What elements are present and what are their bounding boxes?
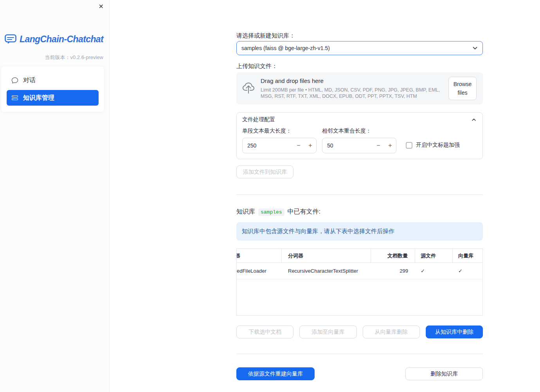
zh-title-enhance-group: 开启中文标题加强 (406, 142, 460, 149)
check-icon: ✓ (458, 268, 463, 274)
table-row[interactable]: UnstructuredFileLoader RecursiveCharacte… (237, 263, 482, 279)
main-content: 请选择或新建知识库： samples (faiss @ bge-large-zh… (236, 0, 483, 380)
zh-title-enhance-label: 开启中文标题加强 (416, 142, 460, 149)
sidebar-item-dialogue[interactable]: 对话 (7, 72, 99, 88)
chunk-size-group: 单段文本最大长度： 250 − + (242, 128, 317, 153)
cell-source-check[interactable]: ✓ (415, 263, 453, 279)
cloud-upload-icon (243, 83, 254, 94)
kb-name-code: samples (258, 209, 284, 216)
dropzone-title: Drag and drop files here (261, 77, 448, 84)
version-label: 当前版本：v0.2.6-preview (45, 54, 103, 61)
delete-from-kb-button[interactable]: 从知识库中删除 (426, 325, 483, 338)
expander-body: 单段文本最大长度： 250 − + 相邻文本重合长度： 50 − + (237, 127, 482, 159)
divider (236, 354, 483, 354)
sidebar: ✕ LangChain-Chatchat 当前版本：v0.2.6-preview… (0, 0, 110, 392)
cell-loader[interactable]: UnstructuredFileLoader (237, 263, 282, 279)
close-sidebar-icon[interactable]: ✕ (99, 3, 104, 11)
delete-from-vector-button[interactable]: 从向量库删除 (363, 325, 420, 338)
uploader-texts: Drag and drop files here Limit 200MB per… (261, 77, 448, 99)
header-splitter[interactable]: 分词器 (282, 249, 371, 263)
download-selected-button[interactable]: 下载选中文档 (236, 325, 293, 338)
overlap-label: 相邻文本重合长度： (322, 128, 396, 134)
divider (236, 194, 483, 195)
rebuild-vector-store-button[interactable]: 依据源文件重建向量库 (236, 367, 315, 380)
table-header-row: 文档加载器 分词器 文档数量 源文件 向量库 (237, 249, 482, 263)
chunk-size-input[interactable]: 250 (243, 142, 293, 149)
overlap-stepper: 50 − + (322, 138, 396, 153)
file-dropzone[interactable]: Drag and drop files here Limit 200MB per… (236, 72, 483, 104)
cell-splitter[interactable]: RecursiveCharacterTextSplitter (282, 263, 371, 279)
app-title: LangChain-Chatchat (20, 34, 103, 45)
chevron-up-icon (471, 117, 477, 123)
chunk-size-label: 单段文本最大长度： (242, 128, 317, 134)
expander-title: 文件处理配置 (242, 116, 275, 123)
sidebar-item-knowledge-base[interactable]: 知识库管理 (7, 90, 99, 106)
uploader-label: 上传知识文件： (236, 63, 483, 69)
add-to-vector-button[interactable]: 添加至向量库 (299, 325, 356, 338)
kb-files-suffix: 中已有文件: (288, 208, 320, 216)
cell-doc-count[interactable]: 299 (371, 263, 415, 279)
sidebar-item-label: 对话 (23, 76, 36, 85)
cell-vector-check[interactable]: ✓ (453, 263, 482, 279)
database-stack-icon (12, 95, 18, 101)
overlap-group: 相邻文本重合长度： 50 − + (322, 128, 396, 153)
header-doc-count[interactable]: 文档数量 (371, 249, 415, 263)
minus-button[interactable]: − (373, 138, 384, 153)
plus-button[interactable]: + (384, 138, 396, 153)
delete-kb-button[interactable]: 删除知识库 (405, 367, 483, 380)
chevron-down-icon (472, 45, 479, 52)
bottom-actions: 依据源文件重建向量库 删除知识库 (236, 367, 483, 380)
add-files-button[interactable]: 添加文件到知识库 (236, 165, 293, 178)
kb-files-table: 文档加载器 分词器 文档数量 源文件 向量库 UnstructuredFileL… (236, 248, 483, 316)
kb-files-heading: 知识库 samples 中已有文件: (236, 208, 483, 216)
table-actions: 下载选中文档 添加至向量库 从向量库删除 从知识库中删除 (236, 325, 483, 338)
file-config-expander: 文件处理配置 单段文本最大长度： 250 − + 相邻文本重合长度： (236, 112, 483, 159)
info-banner-text: 知识库中包含源文件与向量库，请从下表中选择文件后操作 (242, 228, 394, 235)
minus-button[interactable]: − (293, 138, 304, 153)
header-source-file[interactable]: 源文件 (415, 249, 453, 263)
chat-logo-icon (4, 34, 17, 45)
kb-select[interactable]: samples (faiss @ bge-large-zh-v1.5) (236, 41, 483, 55)
kb-select-label: 请选择或新建知识库： (236, 32, 483, 39)
sidebar-item-label: 知识库管理 (23, 94, 54, 102)
chunk-size-stepper: 250 − + (242, 138, 317, 153)
expander-header[interactable]: 文件处理配置 (237, 113, 482, 127)
header-loader[interactable]: 文档加载器 (237, 249, 282, 263)
overlap-input[interactable]: 50 (322, 142, 373, 149)
header-vector-store[interactable]: 向量库 (453, 249, 482, 263)
chat-bubble-icon (12, 77, 18, 83)
browse-files-button[interactable]: Browse files (448, 77, 477, 100)
kb-files-prefix: 知识库 (236, 208, 255, 216)
kb-select-value: samples (faiss @ bge-large-zh-v1.5) (241, 45, 330, 51)
plus-button[interactable]: + (304, 138, 316, 153)
dropzone-limit-text: Limit 200MB per file • HTML, MD, JSON, C… (261, 87, 448, 99)
app-logo: LangChain-Chatchat (4, 34, 103, 45)
sidebar-menu: 对话 知识库管理 (1, 67, 104, 112)
info-banner: 知识库中包含源文件与向量库，请从下表中选择文件后操作 (236, 222, 483, 241)
zh-title-enhance-checkbox[interactable] (406, 142, 412, 149)
check-icon: ✓ (421, 268, 425, 274)
